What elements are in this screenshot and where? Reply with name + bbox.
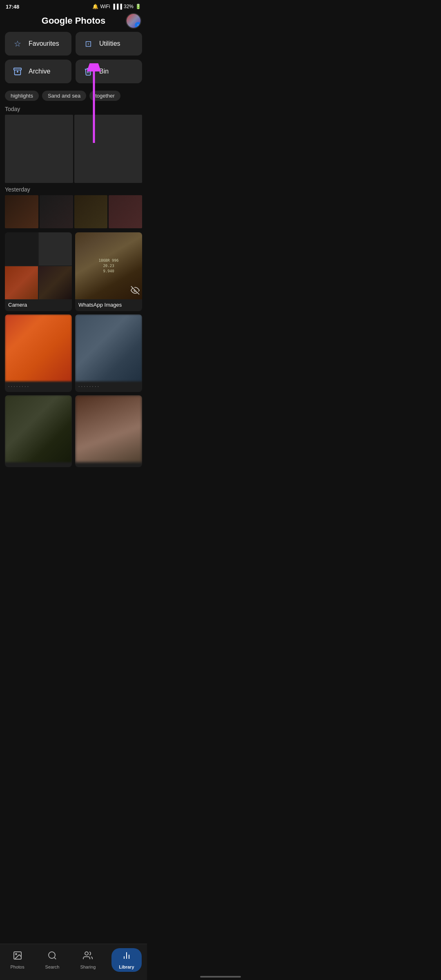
signal-icon: ▐▐▐ bbox=[111, 4, 122, 9]
svg-rect-0 bbox=[14, 68, 21, 70]
today-photo-1[interactable] bbox=[5, 115, 73, 183]
utilities-label: Utilities bbox=[99, 40, 120, 47]
utilities-icon: ⊡ bbox=[83, 38, 94, 49]
yesterday-photo-3[interactable] bbox=[74, 195, 108, 229]
favourites-button[interactable]: ☆ Favourites bbox=[5, 32, 71, 56]
whatsapp-price-tag: 186BR 99620.239.940 bbox=[96, 255, 122, 277]
app-title-regular: Photos bbox=[75, 16, 106, 26]
favourites-label: Favourites bbox=[29, 40, 59, 47]
more-albums: · · · · · · · · · · · · · · · · bbox=[0, 314, 147, 467]
album-card-4[interactable]: · · · · · · · · bbox=[75, 314, 142, 392]
today-photos bbox=[5, 115, 142, 183]
status-bar: 17:48 🔔 WiFi ▐▐▐ 32% 🔋 bbox=[0, 0, 147, 11]
archive-label: Archive bbox=[29, 68, 50, 75]
album-card-6[interactable] bbox=[75, 395, 142, 467]
bin-icon bbox=[83, 66, 94, 77]
timeline: Today Yesterday bbox=[0, 106, 147, 228]
album-card-5[interactable] bbox=[5, 395, 72, 467]
notification-icon: 🔔 bbox=[92, 4, 98, 9]
album-caption-5 bbox=[5, 462, 72, 467]
bin-button[interactable]: Bin bbox=[76, 60, 142, 83]
camera-cell-3 bbox=[5, 266, 38, 299]
star-icon: ☆ bbox=[12, 38, 23, 49]
camera-label: Camera bbox=[5, 299, 72, 311]
album-thumb-4 bbox=[75, 314, 142, 381]
album-caption-3: · · · · · · · · bbox=[5, 381, 72, 392]
chip-sand[interactable]: Sand and sea bbox=[42, 91, 86, 101]
utilities-button[interactable]: ⊡ Utilities bbox=[76, 32, 142, 56]
header: Google Photos ↑ bbox=[0, 11, 147, 32]
hidden-icon bbox=[131, 286, 140, 297]
album-card-3[interactable]: · · · · · · · · bbox=[5, 314, 72, 392]
chip-highlights[interactable]: highlights bbox=[5, 91, 39, 101]
status-icons: 🔔 WiFi ▐▐▐ 32% 🔋 bbox=[92, 4, 141, 9]
yesterday-photos bbox=[5, 195, 142, 229]
upload-badge: ↑ bbox=[135, 22, 141, 29]
battery-icon: 🔋 bbox=[135, 4, 141, 9]
camera-cell-1 bbox=[5, 232, 38, 265]
app-title: Google Photos bbox=[42, 16, 105, 26]
battery-text: 32% bbox=[124, 4, 134, 9]
wifi-icon: WiFi bbox=[100, 4, 110, 9]
whatsapp-album[interactable]: 186BR 99620.239.940 WhatsApp Images bbox=[75, 232, 142, 311]
camera-album[interactable]: Camera bbox=[5, 232, 72, 311]
album-thumb-6 bbox=[75, 395, 142, 462]
yesterday-photo-4[interactable] bbox=[109, 195, 142, 229]
today-label: Today bbox=[5, 106, 142, 112]
quick-access-grid: ☆ Favourites ⊡ Utilities Archive Bin bbox=[0, 32, 147, 83]
yesterday-label: Yesterday bbox=[5, 186, 142, 193]
user-avatar[interactable]: ↑ bbox=[126, 13, 141, 29]
archive-button[interactable]: Archive bbox=[5, 60, 71, 83]
album-caption-4: · · · · · · · · bbox=[75, 381, 142, 392]
camera-thumb bbox=[5, 232, 72, 299]
app-title-bold: Google bbox=[42, 16, 73, 26]
albums-grid: Camera 186BR 99620.239.940 WhatsApp Imag… bbox=[0, 232, 147, 311]
yesterday-photo-1[interactable] bbox=[5, 195, 38, 229]
camera-cell-2 bbox=[39, 232, 72, 265]
whatsapp-label: WhatsApp Images bbox=[75, 299, 142, 311]
yesterday-photo-2[interactable] bbox=[40, 195, 73, 229]
album-caption-6 bbox=[75, 462, 142, 467]
status-time: 17:48 bbox=[6, 4, 19, 10]
camera-cell-4 bbox=[39, 266, 72, 299]
whatsapp-thumb: 186BR 99620.239.940 bbox=[75, 232, 142, 299]
album-thumb-5 bbox=[5, 395, 72, 462]
memory-chips: highlights Sand and sea together bbox=[0, 87, 147, 102]
album-thumb-3 bbox=[5, 314, 72, 381]
bin-label: Bin bbox=[99, 68, 109, 75]
archive-icon bbox=[12, 66, 23, 77]
today-photo-2[interactable] bbox=[74, 115, 143, 183]
chip-together[interactable]: together bbox=[89, 91, 120, 101]
